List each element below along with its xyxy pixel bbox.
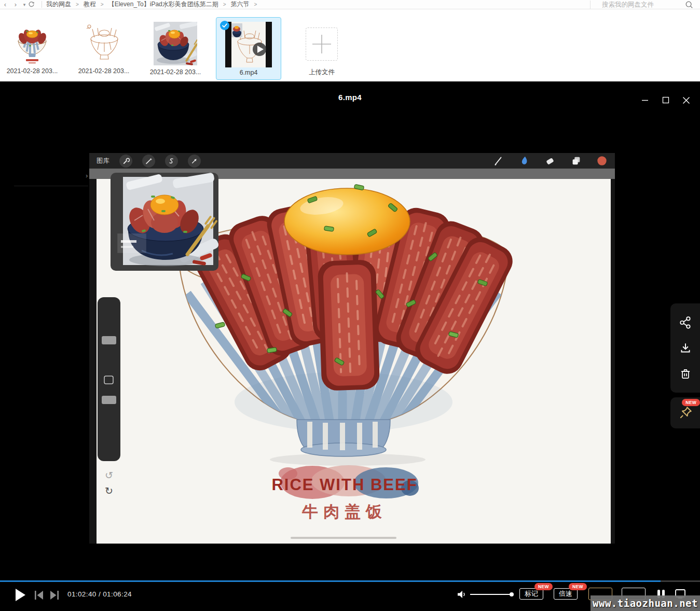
time-display: 01:02:40 / 01:06:24 [67,590,132,598]
back-icon[interactable]: ‹ [0,1,10,9]
wrench-icon [119,155,132,168]
egg-yolk [284,188,410,255]
brush-size-slider [102,336,116,344]
transform-arrow-icon [188,155,201,168]
download-icon[interactable] [679,341,692,355]
search-box [590,1,700,9]
breadcrumb-separator: > [223,2,226,7]
mini-reference-thumb [231,23,242,37]
screen: ‹ › ▾ 我的网盘 > 教程 > 【Eleven_To】iPad水彩美食团练第… [0,0,700,611]
video-thumbnail [225,22,272,67]
sketch-thumbnail [82,22,126,64]
breadcrumb-item-root[interactable]: 我的网盘 [46,0,71,9]
plus-icon [306,27,338,61]
color-swatch[interactable] [596,155,608,166]
photo-thumbnail [154,22,197,65]
delete-icon[interactable] [679,367,692,381]
file-label: 6.mp4 [240,69,258,76]
share-icon[interactable] [679,316,692,329]
volume-knob[interactable] [510,592,514,596]
nav-buttons: ‹ › ▾ [0,0,38,9]
painting-thumbnail [10,22,54,64]
eraser-icon [544,155,556,166]
file-label: 2021-02-28 203... [7,67,58,75]
artwork-title-en: RICE WITH BEEF [271,476,417,494]
procreate-sidebar[interactable]: ↺ ↻ [98,297,120,496]
procreate-toolbar: 图库 [89,153,615,169]
video-player-modal: 6.mp4 图库 [0,81,700,611]
breadcrumb-separator: > [76,2,79,7]
chevron-right-icon: › [86,172,88,179]
selection-icon [165,155,178,168]
breadcrumb-item-folder[interactable]: 教程 [84,0,96,9]
check-icon [220,21,229,30]
home-indicator [291,537,396,539]
close-button[interactable] [680,94,692,106]
artwork-title-banner: RICE WITH BEEF [271,465,419,499]
brush-icon [492,155,504,166]
dropdown-icon[interactable]: ▾ [21,1,28,9]
file-card-painting[interactable]: 2021-02-28 203... [1,9,63,75]
volume-icon[interactable] [457,590,467,599]
file-label: 2021-02-28 203... [150,68,201,76]
new-badge: NEW [682,399,700,406]
divider [14,186,88,186]
search-input[interactable] [602,1,685,8]
search-icon[interactable] [685,1,693,9]
new-badge: NEW [534,583,553,590]
reference-photo-overlay[interactable] [111,173,218,271]
procreate-gallery-button: 图库 [97,157,109,165]
adjustments-wand-icon [142,155,155,168]
maximize-button[interactable] [660,94,671,106]
file-card-video-selected[interactable]: 6.mp4 [216,17,281,80]
divider [42,1,42,8]
top-bar: ‹ › ▾ 我的网盘 > 教程 > 【Eleven_To】iPad水彩美食团练第… [0,0,700,9]
file-card-photo[interactable]: 2021-02-28 203... [144,9,207,76]
undo-icon: ↺ [105,469,113,481]
breadcrumb-item-section[interactable]: 第六节 [231,0,250,9]
file-card-sketch[interactable]: 2021-02-28 203... [73,9,135,75]
photo-watermark-box [118,234,146,253]
refresh-icon[interactable] [28,1,38,8]
player-title: 6.mp4 [0,93,700,102]
file-label: 2021-02-28 203... [78,67,130,75]
play-overlay-icon [253,43,266,56]
redo-icon: ↻ [105,485,113,496]
pin-icon [678,406,693,420]
next-button[interactable] [49,591,59,600]
upload-button[interactable]: 上传文件 [291,9,353,77]
pin-panel[interactable]: NEW [670,397,700,428]
smudge-icon[interactable] [518,155,530,166]
layers-icon [570,155,582,166]
play-button[interactable] [15,588,26,602]
volume-fill [470,594,512,595]
previous-button[interactable] [34,591,45,600]
file-action-panel [670,303,700,393]
forward-icon[interactable]: › [10,1,21,9]
breadcrumb-separator: > [101,2,104,7]
opacity-slider [102,396,116,404]
new-badge: NEW [569,583,587,590]
file-list: 2021-02-28 203... 2021-02-2 [0,9,700,81]
site-watermark: www.tiaozhuan.net [591,595,700,611]
artwork-title-zh: 牛肉盖饭 [301,503,387,521]
minimize-button[interactable] [639,94,651,106]
breadcrumb-item-course[interactable]: 【Eleven_To】iPad水彩美食团练第二期 [108,0,218,9]
breadcrumb: 我的网盘 > 教程 > 【Eleven_To】iPad水彩美食团练第二期 > 第… [46,0,257,9]
upload-label: 上传文件 [309,68,335,77]
breadcrumb-separator: > [254,2,257,7]
volume-slider[interactable] [470,594,512,595]
